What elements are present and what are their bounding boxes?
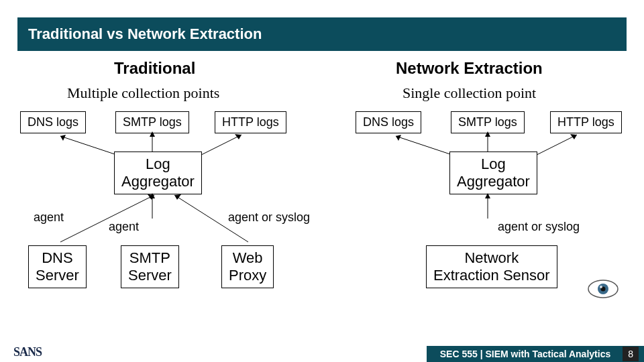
- svg-point-23: [600, 286, 602, 288]
- svg-marker-5: [235, 134, 241, 139]
- svg-marker-15: [485, 131, 490, 137]
- eye-icon: [588, 279, 619, 299]
- left-header: Traditional: [114, 59, 195, 78]
- left-http-logs: HTTP logs: [215, 111, 286, 133]
- arrow-agg-from-smtp: [149, 193, 156, 219]
- left-subheader: Multiple collection points: [67, 84, 219, 102]
- svg-marker-3: [150, 131, 155, 137]
- arrow-agg-from-web: [168, 192, 255, 245]
- svg-marker-19: [485, 193, 490, 198]
- arrow-right-smtp-to-agg: [484, 131, 491, 152]
- left-aggregator: Log Aggregator: [114, 152, 202, 194]
- arrow-smtp-to-agg: [149, 131, 156, 152]
- right-subheader: Single collection point: [402, 84, 536, 102]
- left-dns-server: DNS Server: [28, 245, 87, 288]
- svg-line-6: [60, 195, 154, 242]
- diagram-area: Traditional Multiple collection points D…: [0, 51, 644, 346]
- left-smtp-server: SMTP Server: [121, 245, 179, 288]
- title-bar: Traditional vs Network Extraction: [17, 17, 627, 51]
- right-dns-logs: DNS logs: [356, 111, 421, 133]
- left-smtp-logs: SMTP logs: [115, 111, 189, 133]
- right-agent-label: agent or syslog: [498, 220, 580, 234]
- footer-bar: SEC 555 | SIEM with Tactical Analytics 8: [427, 346, 644, 362]
- arrow-right-agg-from-sensor: [484, 193, 491, 219]
- footer-course: SEC 555 | SIEM with Tactical Analytics: [440, 349, 610, 359]
- left-web-proxy: Web Proxy: [221, 245, 274, 288]
- svg-line-10: [174, 195, 248, 242]
- page-number: 8: [623, 347, 639, 361]
- left-dns-logs: DNS logs: [20, 111, 86, 133]
- slide-title: Traditional vs Network Extraction: [28, 25, 262, 42]
- arrow-agg-from-dns: [54, 192, 161, 245]
- right-http-logs: HTTP logs: [550, 111, 622, 133]
- svg-marker-9: [150, 193, 155, 198]
- right-header: Network Extraction: [396, 59, 543, 78]
- right-smtp-logs: SMTP logs: [451, 111, 525, 133]
- right-aggregator: Log Aggregator: [449, 152, 537, 194]
- right-sensor: Network Extraction Sensor: [426, 245, 557, 288]
- svg-marker-17: [570, 134, 577, 139]
- sans-logo: SANS: [13, 345, 42, 359]
